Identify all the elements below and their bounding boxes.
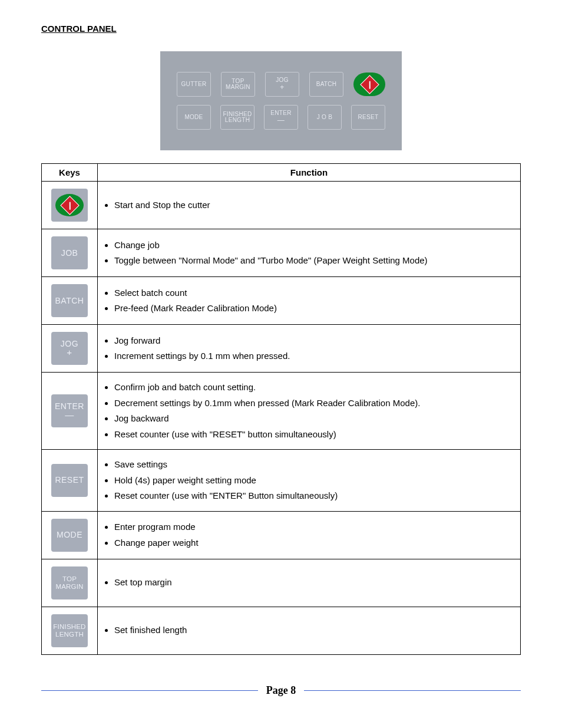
key-jog: JOG+ — [51, 332, 88, 365]
function-item: Hold (4s) paper weight setting mode — [114, 474, 515, 487]
table-row: JOG+Jog forwardIncrement settings by 0.1… — [42, 325, 521, 373]
key-top-margin: TOPMARGIN — [51, 566, 88, 599]
function-item: Toggle between "Normal Mode" and "Turbo … — [114, 254, 515, 268]
panel-key-batch: BATCH — [309, 72, 343, 97]
panel-key-reset: RESET — [351, 105, 385, 130]
col-header-function: Function — [98, 164, 521, 182]
function-item: Pre-feed (Mark Reader Calibration Mode) — [114, 302, 515, 315]
function-list: Set finished length — [114, 624, 515, 637]
function-item: Change job — [114, 239, 515, 252]
function-cell: Change jobToggle between "Normal Mode" a… — [98, 229, 521, 277]
table-row: JOBChange jobToggle between "Normal Mode… — [42, 229, 521, 277]
function-item: Jog forward — [114, 334, 515, 348]
key-batch: BATCH — [51, 284, 88, 317]
panel-start-stop-icon — [353, 73, 385, 96]
table-row: TOPMARGINSet top margin — [42, 559, 521, 607]
function-cell: Jog forwardIncrement settings by 0.1 mm … — [98, 325, 521, 373]
function-cell: Save settingsHold (4s) paper weight sett… — [98, 450, 521, 512]
function-item: Reset counter (use with "ENTER" Button s… — [114, 489, 515, 503]
footer-line-right — [304, 690, 521, 691]
key-enter: ENTER— — [51, 394, 88, 427]
function-cell: Select batch countPre-feed (Mark Reader … — [98, 277, 521, 325]
function-list: Save settingsHold (4s) paper weight sett… — [114, 458, 515, 503]
function-item: Set top margin — [114, 576, 515, 589]
footer-line-left — [41, 690, 258, 691]
key-finished-length: FINISHEDLENGTH — [51, 614, 88, 647]
key-cell: MODE — [42, 511, 98, 559]
table-row: RESETSave settingsHold (4s) paper weight… — [42, 450, 521, 512]
function-list: Set top margin — [114, 576, 515, 589]
key-cell: TOPMARGIN — [42, 559, 98, 607]
key-cell — [42, 182, 98, 229]
panel-key-enter: ENTER — — [264, 105, 298, 130]
function-item: Select batch count — [114, 286, 515, 300]
panel-key-top-margin: TOP MARGIN — [221, 72, 255, 97]
function-item: Increment settings by 0.1 mm when presse… — [114, 350, 515, 363]
function-list: Change jobToggle between "Normal Mode" a… — [114, 239, 515, 268]
function-list: Select batch countPre-feed (Mark Reader … — [114, 286, 515, 315]
function-item: Reset counter (use with "RESET" button s… — [114, 428, 515, 442]
section-title: CONTROL PANEL — [41, 24, 521, 34]
key-cell: FINISHEDLENGTH — [42, 607, 98, 654]
function-item: Decrement settings by 0.1mm when pressed… — [114, 397, 515, 410]
keys-table: Keys Function Start and Stop the cutterJ… — [41, 163, 521, 655]
key-cell: JOB — [42, 229, 98, 277]
function-item: Start and Stop the cutter — [114, 199, 515, 212]
diamond-icon — [60, 196, 80, 215]
key-cell: BATCH — [42, 277, 98, 325]
diamond-icon — [360, 75, 379, 94]
function-list: Enter program modeChange paper weight — [114, 521, 515, 549]
function-item: Set finished length — [114, 624, 515, 637]
panel-key-mode: MODE — [177, 105, 211, 130]
function-item: Confirm job and batch count setting. — [114, 381, 515, 394]
table-row: ENTER—Confirm job and batch count settin… — [42, 373, 521, 450]
control-panel-illustration: GUTTER TOP MARGIN JOG + BATCH MODE FINIS… — [160, 51, 402, 150]
key-job: JOB — [51, 236, 88, 269]
table-row: Start and Stop the cutter — [42, 182, 521, 229]
function-cell: Enter program modeChange paper weight — [98, 511, 521, 559]
page-footer: Page 8 — [41, 684, 521, 697]
key-cell: RESET — [42, 450, 98, 512]
key-start-stop — [51, 189, 88, 222]
key-mode: MODE — [51, 519, 88, 552]
panel-key-jog-plus: JOG + — [265, 72, 299, 97]
table-row: FINISHEDLENGTHSet finished length — [42, 607, 521, 654]
function-item: Enter program mode — [114, 521, 515, 534]
table-row: BATCHSelect batch countPre-feed (Mark Re… — [42, 277, 521, 325]
function-item: Change paper weight — [114, 536, 515, 550]
table-row: MODEEnter program modeChange paper weigh… — [42, 511, 521, 559]
function-cell: Set top margin — [98, 559, 521, 607]
col-header-keys: Keys — [42, 164, 98, 182]
function-list: Confirm job and batch count setting.Decr… — [114, 381, 515, 441]
function-cell: Start and Stop the cutter — [98, 182, 521, 229]
key-cell: JOG+ — [42, 325, 98, 373]
key-reset: RESET — [51, 464, 88, 497]
function-item: Save settings — [114, 458, 515, 472]
function-list: Jog forwardIncrement settings by 0.1 mm … — [114, 334, 515, 363]
function-cell: Confirm job and batch count setting.Decr… — [98, 373, 521, 450]
panel-key-finished-length: FINISHED LENGTH — [220, 105, 254, 130]
key-cell: ENTER— — [42, 373, 98, 450]
panel-key-gutter: GUTTER — [177, 72, 211, 97]
function-cell: Set finished length — [98, 607, 521, 654]
function-list: Start and Stop the cutter — [114, 199, 515, 212]
panel-key-job: J O B — [308, 105, 342, 130]
page-number: Page 8 — [266, 684, 296, 697]
function-item: Jog backward — [114, 412, 515, 426]
